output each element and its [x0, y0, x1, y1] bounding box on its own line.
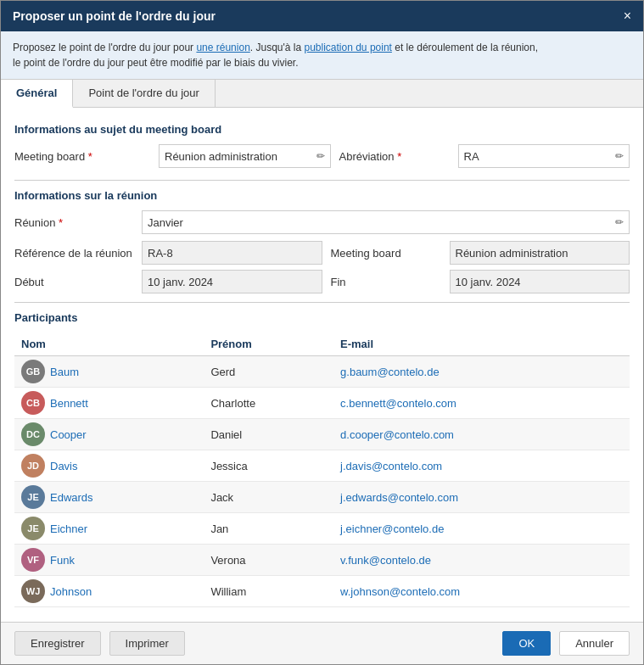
meeting-board-form: Meeting board * Réunion administration ✏…	[14, 144, 630, 168]
dates-row: Début 10 janv. 2024 Fin 10 janv. 2024	[14, 270, 630, 293]
meeting-board-input[interactable]: Réunion administration ✏	[159, 144, 331, 168]
participant-name-text: Edwards	[50, 491, 93, 504]
reunion-meeting-board-value: Réunion administration	[450, 241, 630, 265]
participant-email: v.funk@contelo.de	[333, 545, 630, 576]
table-row: WJJohnsonWilliamw.johnson@contelo.com	[14, 576, 630, 607]
debut-label: Début	[14, 276, 133, 288]
reunion-input[interactable]: Janvier ✏	[142, 210, 630, 234]
abreviation-label: Abréviation *	[339, 150, 450, 163]
participants-table-header: Nom Prénom E-mail	[14, 332, 630, 356]
participant-prenom: William	[204, 576, 333, 607]
dialog-body: Informations au sujet du meeting board M…	[1, 108, 643, 622]
participant-name-text: Johnson	[50, 585, 92, 598]
dialog: Proposer un point de l'ordre du jour × P…	[0, 0, 644, 665]
col-nom: Nom	[14, 332, 204, 356]
participant-nom: JEEdwards	[14, 482, 204, 513]
abreviation-edit-icon[interactable]: ✏	[615, 150, 624, 162]
participants-table: Nom Prénom E-mail GBBaumGerdg.baum@conte…	[14, 332, 630, 607]
meeting-board-value: Réunion administration	[165, 150, 277, 163]
participant-nom: VFFunk	[14, 545, 204, 576]
participant-name-text: Bennett	[50, 397, 88, 410]
participant-name-text: Cooper	[50, 428, 87, 441]
table-row: JEEichnerJanj.eichner@contelo.de	[14, 513, 630, 545]
col-email: E-mail	[333, 332, 630, 356]
participants-section-title: Participants	[14, 311, 630, 324]
participant-email: g.baum@contelo.de	[333, 356, 630, 388]
reunion-section-title: Informations sur la réunion	[14, 189, 630, 202]
reunion-edit-icon[interactable]: ✏	[615, 216, 624, 228]
avatar: VF	[21, 548, 45, 572]
reunion-section: Informations sur la réunion Réunion * Ja…	[14, 189, 630, 293]
dialog-footer: Enregistrer Imprimer OK Annuler	[1, 622, 643, 664]
participant-prenom: Jack	[204, 482, 333, 513]
avatar: JE	[21, 517, 45, 540]
reunion-label: Réunion *	[14, 216, 133, 229]
participant-email: j.edwards@contelo.com	[333, 482, 630, 513]
table-row: JDDavisJessicaj.davis@contelo.com	[14, 450, 630, 482]
participant-prenom: Verona	[204, 545, 333, 576]
divider-2	[14, 302, 630, 303]
participant-email: j.eichner@contelo.de	[333, 513, 630, 545]
annuler-button[interactable]: Annuler	[559, 631, 630, 656]
info-link-reunion: une réunion	[196, 42, 249, 53]
avatar: JE	[21, 485, 45, 509]
col-prenom: Prénom	[204, 332, 333, 356]
tabs: Général Point de l'ordre du jour	[1, 80, 643, 108]
avatar: JD	[21, 454, 45, 478]
participant-email: d.cooper@contelo.com	[333, 419, 630, 450]
participant-prenom: Jessica	[204, 450, 333, 482]
table-row: VFFunkVeronav.funk@contelo.de	[14, 545, 630, 576]
reference-label: Référence de la réunion	[14, 247, 133, 260]
table-row: CBBennettCharlottec.bennett@contelo.com	[14, 388, 630, 419]
participant-prenom: Charlotte	[204, 388, 333, 419]
participant-nom: GBBaum	[14, 356, 204, 388]
abreviation-required: *	[397, 150, 401, 163]
participant-email: j.davis@contelo.com	[333, 450, 630, 482]
abreviation-input[interactable]: RA ✏	[458, 144, 630, 168]
participant-nom: JDDavis	[14, 450, 204, 482]
tab-point[interactable]: Point de l'ordre du jour	[73, 80, 215, 107]
ok-button[interactable]: OK	[502, 631, 551, 656]
reference-row: Référence de la réunion RA-8 Meeting boa…	[14, 241, 630, 265]
meeting-board-section: Informations au sujet du meeting board M…	[14, 123, 630, 168]
participant-name-text: Funk	[50, 554, 75, 567]
participant-email: c.bennett@contelo.com	[333, 388, 630, 419]
info-link-publication: publication du point	[304, 42, 391, 53]
imprimer-button[interactable]: Imprimer	[109, 631, 185, 656]
meeting-board-section-title: Informations au sujet du meeting board	[14, 123, 630, 136]
avatar: WJ	[21, 579, 45, 603]
meeting-board-edit-icon[interactable]: ✏	[316, 150, 325, 162]
reunion-required: *	[59, 216, 63, 229]
table-row: GBBaumGerdg.baum@contelo.de	[14, 356, 630, 388]
participant-prenom: Daniel	[204, 419, 333, 450]
table-row: DCCooperDanield.cooper@contelo.com	[14, 419, 630, 450]
reference-value: RA-8	[142, 241, 322, 265]
participant-email: w.johnson@contelo.com	[333, 576, 630, 607]
participant-nom: CBBennett	[14, 388, 204, 419]
avatar: DC	[21, 422, 45, 446]
participant-prenom: Jan	[204, 513, 333, 545]
dialog-title: Proposer un point de l'ordre du jour	[13, 9, 216, 23]
reunion-value: Janvier	[148, 216, 183, 229]
tab-general[interactable]: Général	[1, 80, 73, 108]
participant-name-text: Baum	[50, 366, 79, 378]
avatar: CB	[21, 391, 45, 415]
participant-name-text: Eichner	[50, 522, 87, 535]
enregistrer-button[interactable]: Enregistrer	[14, 631, 101, 656]
participant-nom: DCCooper	[14, 419, 204, 450]
reunion-meeting-board-label: Meeting board	[331, 247, 441, 260]
meeting-board-label: Meeting board *	[14, 150, 150, 163]
abreviation-value: RA	[464, 150, 479, 163]
meeting-board-required: *	[88, 150, 92, 163]
dialog-info: Proposez le point de l'ordre du jour pou…	[1, 31, 643, 80]
fin-value: 10 janv. 2024	[450, 270, 630, 293]
fin-label: Fin	[331, 276, 441, 288]
table-row: JEEdwardsJackj.edwards@contelo.com	[14, 482, 630, 513]
avatar: GB	[21, 360, 45, 383]
dialog-header: Proposer un point de l'ordre du jour ×	[1, 1, 643, 31]
close-button[interactable]: ×	[624, 9, 631, 23]
participant-prenom: Gerd	[204, 356, 333, 388]
participant-nom: WJJohnson	[14, 576, 204, 607]
participant-name-text: Davis	[50, 460, 78, 472]
debut-value: 10 janv. 2024	[142, 270, 322, 293]
